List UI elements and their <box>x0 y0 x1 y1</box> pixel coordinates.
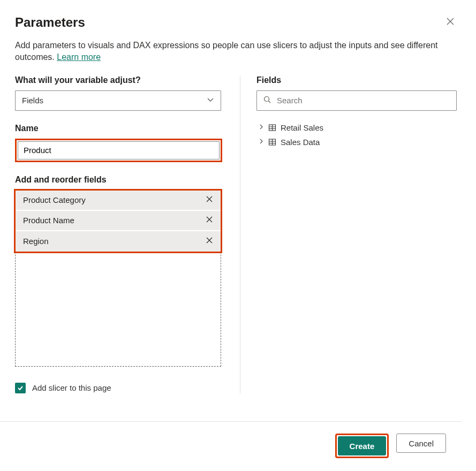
tree-table-item[interactable]: Sales Data <box>256 135 457 149</box>
field-item[interactable]: Product Name <box>16 211 221 231</box>
tree-table-label: Retail Sales <box>281 123 323 132</box>
remove-field-icon[interactable] <box>206 237 213 246</box>
field-item-label: Product Category <box>23 195 86 204</box>
search-icon <box>263 96 271 105</box>
create-highlight: Create <box>335 434 389 458</box>
variable-adjust-value: Fields <box>22 96 43 105</box>
add-slicer-checkbox[interactable] <box>15 383 26 393</box>
remove-field-icon[interactable] <box>206 216 213 225</box>
variable-adjust-select[interactable]: Fields <box>15 90 221 111</box>
table-icon <box>268 138 276 146</box>
field-item-label: Product Name <box>23 216 74 225</box>
chevron-right-icon <box>259 124 264 131</box>
chevron-right-icon <box>259 138 264 146</box>
name-highlight <box>15 139 222 162</box>
reorder-label: Add and reorder fields <box>15 175 224 185</box>
field-item-label: Region <box>23 237 49 246</box>
tree-table-label: Sales Data <box>281 138 320 147</box>
dialog-footer: Create Cancel <box>0 421 461 458</box>
dialog-description: Add parameters to visuals and DAX expres… <box>15 40 443 64</box>
fields-panel-label: Fields <box>256 75 457 85</box>
create-button[interactable]: Create <box>338 436 387 455</box>
search-input[interactable] <box>277 96 450 105</box>
variable-adjust-label: What will your variable adjust? <box>15 75 224 85</box>
remove-field-icon[interactable] <box>206 195 213 204</box>
add-slicer-label: Add slicer to this page <box>32 383 111 392</box>
fields-drop-area[interactable]: Product Category Product Name <box>15 190 221 367</box>
dialog-title: Parameters <box>15 15 85 30</box>
fields-list-highlight: Product Category Product Name <box>14 189 222 253</box>
close-icon[interactable] <box>444 15 457 29</box>
field-item[interactable]: Region <box>16 231 221 252</box>
name-label: Name <box>15 124 224 133</box>
chevron-down-icon <box>207 96 214 105</box>
learn-more-link[interactable]: Learn more <box>57 52 101 62</box>
table-icon <box>268 124 276 132</box>
fields-search[interactable] <box>256 90 457 111</box>
tree-table-item[interactable]: Retail Sales <box>256 120 457 135</box>
svg-point-0 <box>265 96 269 101</box>
name-input[interactable] <box>18 141 220 159</box>
cancel-button[interactable]: Cancel <box>396 434 446 453</box>
field-item[interactable]: Product Category <box>16 191 221 211</box>
dialog-header: Parameters <box>15 15 457 40</box>
